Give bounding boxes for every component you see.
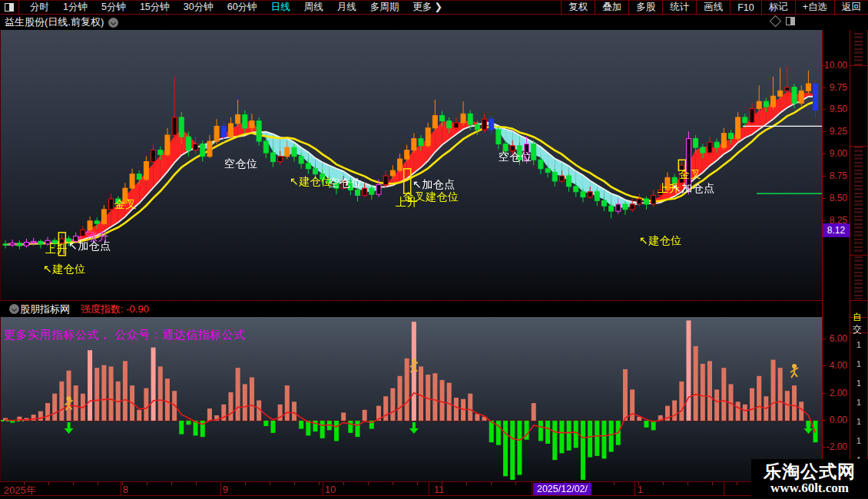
price-axis-label: 9.25 (823, 126, 850, 137)
toolbar-action-3[interactable]: 统计 (662, 1, 696, 14)
toolbar-action-5[interactable]: F10 (730, 1, 761, 14)
period-tab-7[interactable]: 周线 (297, 1, 330, 14)
signal-annotation: 空仓位 (499, 150, 532, 164)
diamond-icon[interactable] (770, 15, 782, 28)
time-axis-label: 8 (123, 484, 128, 495)
strip-number-row: 1 (856, 378, 861, 388)
split-window-icon[interactable] (786, 17, 795, 25)
main-chart-pane: ↖建仓位上升↖加仓点涨升金叉空仓位↖建仓位空仓位↖加仓点金叉建仓位上升空仓位↖建… (0, 30, 822, 300)
indicator-collapse-chevron-icon[interactable] (9, 304, 19, 314)
indicator-axis-label: -2.00 (823, 441, 850, 452)
period-tab-0[interactable]: 分时 (23, 1, 56, 14)
period-toolbar: 分时1分钟5分钟15分钟30分钟60分钟日线周线月线多周期更多 ❯ 复权叠加多股… (0, 0, 868, 15)
strip-glyph-decor (854, 256, 863, 299)
time-axis-separator (429, 482, 429, 495)
strip-number-row: 1 (856, 359, 861, 368)
price-axis: 10.009.759.509.259.008.758.508.258.126.0… (822, 30, 850, 481)
time-axis-label: 1 (638, 484, 643, 495)
time-axis-separator (121, 482, 121, 495)
period-tabs: 分时1分钟5分钟15分钟30分钟60分钟日线周线月线多周期更多 ❯ (23, 1, 449, 14)
bottom-sliver (0, 496, 868, 499)
indicator-source-label: 股朋指标网 (20, 302, 70, 316)
period-tab-6[interactable]: 日线 (264, 1, 297, 14)
symbol-dropdown-chevron-icon[interactable] (108, 18, 118, 28)
indicator-axis-label: 0.00 (823, 415, 850, 425)
main-chart-canvas[interactable] (1, 30, 823, 300)
strip-glyph-decor (854, 33, 863, 67)
time-axis: 2025年89101112025/12/02/二 (0, 481, 850, 496)
price-axis-label: 9.00 (823, 148, 850, 159)
toolbar-action-6[interactable]: 标记 (761, 1, 795, 14)
watermark: 乐淘公式网 www.60lt.com (751, 459, 868, 497)
toolbar-action-0[interactable]: 复权 (561, 1, 595, 14)
period-tab-10[interactable]: 更多 ❯ (406, 1, 449, 14)
symbol-title-bar: 益生股份(日线.前复权) (0, 15, 868, 30)
strip-divider (850, 255, 867, 256)
strip-glyph-decor (854, 147, 863, 254)
price-axis-label: 8.50 (823, 193, 850, 203)
indicator-strength-text: 强度指数: -0.90 (81, 302, 149, 316)
time-axis-separator (634, 482, 635, 495)
layout-toggle-icon (5, 3, 14, 12)
right-side-strip: 自交11111111 (850, 30, 868, 499)
indicator-strength-value: -0.90 (126, 303, 149, 315)
period-tab-1[interactable]: 1分钟 (56, 1, 94, 14)
current-date-badge: 2025/12/02/二 (533, 483, 591, 495)
toolbar-action-2[interactable]: 多股 (628, 1, 662, 14)
price-axis-label: 9.75 (823, 82, 850, 93)
time-axis-separator (220, 482, 221, 495)
time-axis-separator (724, 482, 724, 495)
indicator-header: 股朋指标网 强度指数: -0.90 (0, 300, 822, 317)
price-axis-label: 10.00 (823, 60, 850, 71)
toolbar-action-8[interactable]: 返回 (834, 1, 868, 14)
toolbar-action-1[interactable]: 叠加 (595, 1, 628, 14)
signal-annotation: ↖建仓位 (43, 263, 86, 276)
watermark-url: www.60lt.com (770, 481, 849, 495)
time-axis-label: 11 (434, 484, 445, 495)
signal-annotation: ↖建仓位 (290, 175, 333, 189)
signal-annotation: 金叉 (114, 198, 137, 212)
strip-number-row: 1 (856, 436, 861, 445)
period-tab-5[interactable]: 60分钟 (220, 1, 264, 14)
indicator-axis-label: 6.00 (823, 333, 850, 344)
indicator-axis-label: 4.00 (823, 360, 850, 371)
toolbar-actions: 复权叠加多股统计画线F10标记+自选返回 (561, 1, 868, 14)
price-axis-label: 9.50 (823, 104, 850, 114)
strip-number-row: 1 (856, 417, 861, 426)
current-price-badge: 8.12 (823, 223, 850, 237)
toolbar-action-4[interactable]: 画线 (696, 1, 730, 14)
period-tab-2[interactable]: 5分钟 (94, 1, 133, 14)
period-tab-4[interactable]: 30分钟 (177, 1, 220, 14)
signal-annotation: 涨升 (87, 230, 109, 244)
watermark-site-name: 乐淘公式网 (764, 462, 856, 481)
promo-text: 更多实用指标公式， 公众号：通达信指标公式 (4, 328, 246, 342)
strip-char-top: 自 (853, 311, 862, 324)
period-tab-9[interactable]: 多周期 (363, 1, 406, 14)
signal-annotation: 空仓位 (224, 157, 258, 171)
signal-annotation: 上升 (45, 243, 68, 256)
indicator-pane: 更多实用指标公式， 公众号：通达信指标公式 (0, 317, 822, 481)
toolbar-action-7[interactable]: +自选 (795, 1, 834, 14)
layout-toggle-button[interactable] (0, 1, 19, 14)
time-axis-separator (323, 482, 323, 495)
signal-annotation: ↖加仓点 (672, 182, 715, 196)
indicator-axis-label: 2.00 (823, 388, 850, 398)
strip-char-second: 交 (853, 323, 862, 336)
period-tab-8[interactable]: 月线 (330, 1, 363, 14)
signal-annotation: 金叉 (679, 168, 701, 182)
price-axis-label: 8.75 (823, 170, 850, 181)
signal-annotation: ↖建仓位 (639, 234, 682, 248)
signal-annotation: 空仓位 (329, 177, 363, 190)
period-tab-3[interactable]: 15分钟 (133, 1, 177, 14)
symbol-title[interactable]: 益生股份(日线.前复权) (5, 15, 104, 29)
strip-number-row: 1 (856, 340, 861, 349)
strip-divider (850, 300, 867, 301)
time-axis-separator (532, 482, 532, 495)
strip-number-row: 1 (856, 398, 861, 407)
trading-app-window: 分时1分钟5分钟15分钟30分钟60分钟日线周线月线多周期更多 ❯ 复权叠加多股… (0, 0, 868, 499)
time-axis-label: 10 (325, 484, 336, 495)
indicator-strength-label: 强度指数: (81, 303, 124, 315)
time-axis-label: 9 (223, 484, 228, 495)
signal-annotation: 上升 (396, 196, 418, 210)
